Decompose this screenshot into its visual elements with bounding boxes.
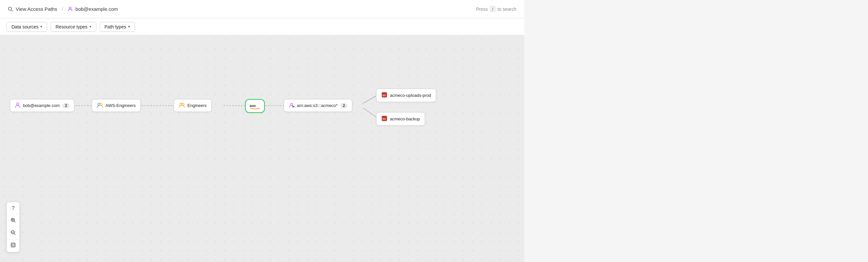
search-hint-key: /	[490, 6, 496, 12]
breadcrumb-sep: /	[62, 6, 63, 12]
zoom-out-button[interactable]	[7, 227, 19, 239]
engineers-icon	[179, 102, 185, 109]
graph-edges	[0, 35, 524, 262]
node-aws-engineers[interactable]: AWS-Engineers	[92, 99, 141, 112]
header-left: View Access Paths / bob@example.com	[8, 6, 476, 12]
svg-line-27	[14, 233, 16, 235]
graph-controls: ?	[6, 202, 20, 252]
resource-types-filter[interactable]: Resource types ▾	[51, 22, 96, 32]
chevron-down-icon: ▾	[40, 25, 42, 29]
svg-point-9	[17, 103, 19, 105]
user-icon	[67, 6, 73, 12]
s3-backup-icon: S3	[381, 115, 388, 123]
node-user-label: bob@example.com	[23, 103, 60, 108]
fit-icon	[10, 242, 16, 249]
node-acmeco-backup-label: acmeco-backup	[390, 116, 420, 121]
path-types-filter[interactable]: Path types ▾	[100, 22, 135, 32]
arn-icon: aws	[289, 102, 294, 109]
svg-line-8	[363, 108, 376, 117]
data-sources-label: Data sources	[11, 24, 38, 30]
node-acmeco-uploads-prod[interactable]: S3 acmeco-uploads-prod	[376, 89, 436, 102]
node-arn-label: arn:aws:s3:::acmeco*	[297, 103, 338, 108]
header-username: bob@example.com	[75, 6, 118, 12]
help-icon: ?	[12, 205, 15, 211]
svg-line-1	[11, 10, 13, 11]
node-uploads-prod-label: acmeco-uploads-prod	[390, 93, 431, 98]
svg-text:S3: S3	[382, 94, 386, 97]
zoom-in-button[interactable]	[7, 215, 19, 227]
group-icon	[97, 102, 103, 109]
node-user-badge: 2	[63, 103, 69, 108]
node-arn-badge: 2	[340, 103, 347, 108]
svg-line-23	[14, 221, 16, 222]
node-engineers[interactable]: Engineers	[174, 99, 212, 112]
svg-marker-15	[259, 108, 259, 109]
path-types-label: Path types	[104, 24, 126, 30]
page-title: View Access Paths	[16, 6, 57, 12]
resource-types-label: Resource types	[55, 24, 87, 30]
search-hint-text: to search	[497, 6, 517, 12]
svg-point-2	[69, 7, 71, 9]
aws-logo-icon: aws	[249, 102, 261, 110]
svg-rect-30	[12, 244, 14, 246]
graph-canvas[interactable]: bob@example.com 2 AWS-Engineers Engineer…	[0, 35, 524, 262]
node-aws-engineers-label: AWS-Engineers	[105, 103, 136, 108]
chevron-down-icon: ▾	[128, 25, 130, 29]
node-arn[interactable]: aws arn:aws:s3:::acmeco* 2	[284, 99, 352, 112]
svg-rect-29	[11, 243, 15, 247]
svg-text:aws: aws	[292, 105, 294, 108]
node-user[interactable]: bob@example.com 2	[10, 99, 74, 112]
svg-line-7	[363, 96, 376, 103]
data-sources-filter[interactable]: Data sources ▾	[6, 22, 47, 32]
search-icon	[8, 6, 13, 12]
help-button[interactable]: ?	[7, 202, 19, 215]
chevron-down-icon: ▾	[89, 25, 91, 29]
zoom-out-icon	[10, 230, 16, 236]
header-search-hint: Press / to search	[476, 6, 517, 12]
s3-uploads-icon: S3	[381, 91, 388, 99]
fit-view-button[interactable]	[7, 239, 19, 252]
search-hint-press: Press	[476, 6, 488, 12]
user-node-icon	[15, 102, 21, 109]
node-engineers-label: Engineers	[187, 103, 207, 108]
node-acmeco-backup[interactable]: S3 acmeco-backup	[376, 112, 425, 125]
header: View Access Paths / bob@example.com Pres…	[0, 0, 524, 18]
node-aws[interactable]: aws	[245, 99, 265, 113]
svg-text:S3: S3	[382, 117, 386, 120]
filter-bar: Data sources ▾ Resource types ▾ Path typ…	[0, 18, 524, 35]
zoom-in-icon	[10, 218, 16, 224]
svg-text:aws: aws	[250, 104, 256, 108]
